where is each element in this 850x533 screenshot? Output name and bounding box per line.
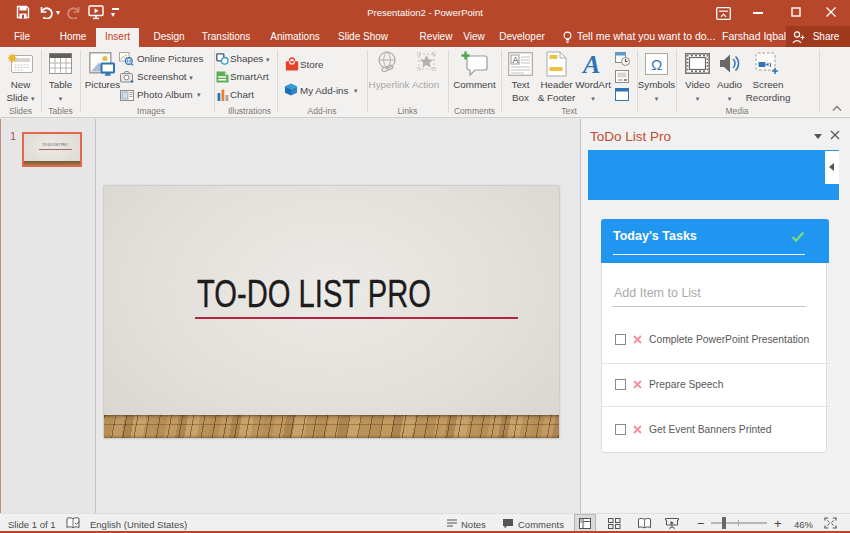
svg-text:A: A [581,51,600,77]
svg-text:A: A [513,55,519,65]
